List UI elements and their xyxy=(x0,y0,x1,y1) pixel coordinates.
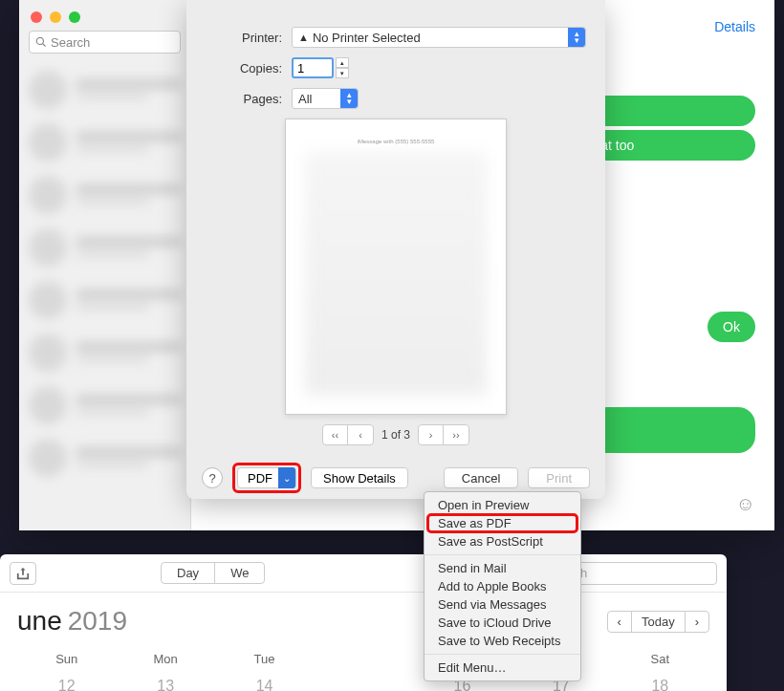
date-cell[interactable]: 14 xyxy=(215,678,314,691)
conversation-item[interactable] xyxy=(19,168,190,221)
preview-prev-buttons[interactable]: ‹‹‹ xyxy=(322,424,374,445)
conversation-list xyxy=(19,63,190,484)
next-month-button[interactable]: › xyxy=(686,612,708,632)
day-header xyxy=(314,652,412,666)
pdf-button-highlight: PDF ⌄ xyxy=(232,463,301,493)
print-dialog: Printer: ▲ No Printer Selected Copies: ▴… xyxy=(186,0,605,499)
conversation-item[interactable] xyxy=(19,378,190,431)
view-day[interactable]: Day xyxy=(162,563,215,583)
print-button[interactable]: Print xyxy=(528,467,590,488)
first-page-icon: ‹‹ xyxy=(323,425,348,444)
menu-item-web-receipts[interactable]: Save to Web Receipts xyxy=(425,632,580,650)
date-cell[interactable]: 13 xyxy=(116,678,214,691)
pages-select[interactable]: All xyxy=(292,88,359,109)
pdf-dropdown-menu: Open in Preview Save as PDF Save as Post… xyxy=(424,491,581,681)
printer-select[interactable]: ▲ No Printer Selected xyxy=(292,27,586,48)
copies-stepper[interactable]: ▴▾ xyxy=(336,57,349,78)
share-button[interactable] xyxy=(10,562,36,585)
day-header: Sun xyxy=(17,652,116,666)
show-details-button[interactable]: Show Details xyxy=(311,467,408,488)
chevron-updown-icon xyxy=(568,28,585,47)
menu-item-open-preview[interactable]: Open in Preview xyxy=(425,496,580,514)
printer-value: No Printer Selected xyxy=(313,31,421,45)
warning-icon: ▲ xyxy=(298,32,309,43)
cancel-button[interactable]: Cancel xyxy=(444,467,518,488)
prev-page-icon: ‹ xyxy=(348,425,373,444)
pages-label: Pages: xyxy=(206,92,292,106)
view-week[interactable]: We xyxy=(215,563,264,583)
date-cell[interactable]: 18 xyxy=(611,678,709,691)
preview-next-buttons[interactable]: ››› xyxy=(418,424,469,445)
date-cell[interactable]: 12 xyxy=(17,678,116,691)
window-controls xyxy=(31,11,80,23)
help-button[interactable]: ? xyxy=(202,467,223,488)
menu-item-send-messages[interactable]: Send via Messages xyxy=(425,595,580,614)
menu-item-save-as-pdf[interactable]: Save as PDF xyxy=(426,513,578,533)
conversation-item[interactable] xyxy=(19,431,190,484)
search-placeholder: Search xyxy=(51,35,90,50)
search-input[interactable]: Search xyxy=(29,31,181,54)
printer-label: Printer: xyxy=(206,31,292,45)
calendar-day-headers: Sun Mon Tue Thu Fri Sat xyxy=(17,652,709,666)
share-icon xyxy=(16,567,30,580)
calendar-dates: 12 13 14 16 17 18 xyxy=(17,678,709,691)
details-link[interactable]: Details xyxy=(714,19,755,34)
calendar-nav: ‹ Today › xyxy=(607,611,709,633)
chevron-updown-icon xyxy=(340,89,358,108)
calendar-toolbar: Day We Search xyxy=(0,554,727,593)
conversation-item[interactable] xyxy=(19,63,190,116)
menu-item-edit-menu[interactable]: Edit Menu… xyxy=(425,659,580,677)
view-switcher[interactable]: Day We xyxy=(161,562,265,584)
pdf-dropdown-button[interactable]: PDF ⌄ xyxy=(237,467,296,488)
copies-label: Copies: xyxy=(206,61,292,76)
pages-value: All xyxy=(298,92,312,106)
conversations-sidebar: Search xyxy=(19,0,191,530)
menu-separator xyxy=(425,554,580,555)
chevron-down-icon: ⌄ xyxy=(278,467,295,488)
next-page-icon: › xyxy=(419,425,444,444)
menu-item-send-mail[interactable]: Send in Mail xyxy=(425,559,580,577)
page-counter: 1 of 3 xyxy=(381,428,410,442)
search-icon xyxy=(35,36,47,48)
calendar-window: Day We Search une 2019 ‹ Today › Sun Mon… xyxy=(0,554,727,691)
day-header: Mon xyxy=(116,652,214,666)
day-header: Tue xyxy=(215,652,314,666)
pdf-label: PDF xyxy=(248,471,272,486)
conversation-item[interactable] xyxy=(19,326,190,378)
menu-item-save-postscript[interactable]: Save as PostScript xyxy=(425,532,580,551)
minimize-window-button[interactable] xyxy=(50,11,61,23)
today-button[interactable]: Today xyxy=(632,612,686,632)
message-bubble: Ok xyxy=(708,312,755,342)
menu-item-icloud-drive[interactable]: Save to iCloud Drive xyxy=(425,614,580,632)
calendar-month: une xyxy=(17,606,62,637)
emoji-picker-button[interactable]: ☺ xyxy=(736,493,755,515)
print-preview: iMessage with (555) 555-5555 ‹‹‹ 1 of 3 … xyxy=(285,119,507,445)
preview-page: iMessage with (555) 555-5555 xyxy=(285,119,507,415)
last-page-icon: ›› xyxy=(444,425,468,444)
conversation-item[interactable] xyxy=(19,273,190,326)
copies-input[interactable] xyxy=(292,57,334,78)
preview-header: iMessage with (555) 555-5555 xyxy=(305,139,487,144)
menu-separator xyxy=(425,654,580,655)
date-cell[interactable] xyxy=(314,678,412,691)
conversation-item[interactable] xyxy=(19,116,190,168)
maximize-window-button[interactable] xyxy=(69,11,80,23)
day-header: Sat xyxy=(611,652,709,666)
calendar-year: 2019 xyxy=(68,606,127,637)
close-window-button[interactable] xyxy=(31,11,42,23)
prev-month-button[interactable]: ‹ xyxy=(608,612,632,632)
menu-item-apple-books[interactable]: Add to Apple Books xyxy=(425,577,580,595)
conversation-item[interactable] xyxy=(19,221,190,273)
